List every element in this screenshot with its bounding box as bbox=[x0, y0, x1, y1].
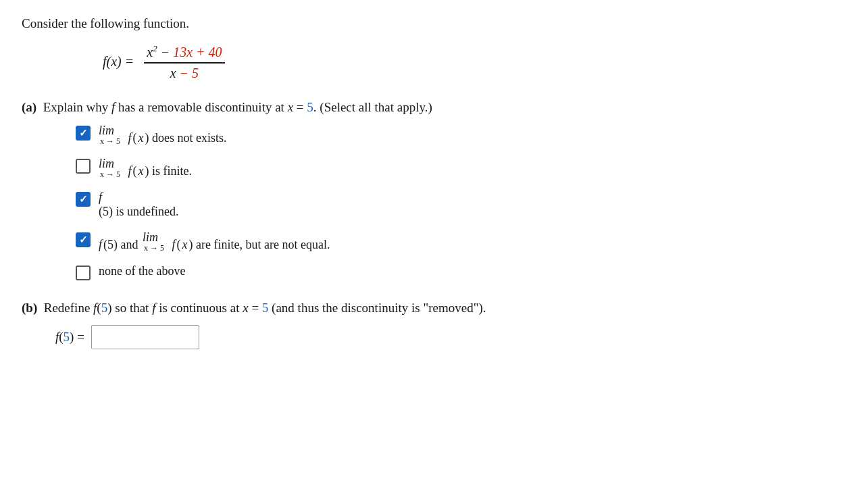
checkbox-1[interactable] bbox=[76, 126, 91, 141]
checkbox-2[interactable] bbox=[76, 159, 91, 174]
option-1: lim x → 5 f(x) does not exists. bbox=[76, 124, 840, 145]
numerator: x2 − 13x + 40 bbox=[144, 43, 224, 64]
option-2-text: lim x → 5 f(x) is finite. bbox=[99, 157, 192, 178]
part-a: (a) Explain why f has a removable discon… bbox=[22, 100, 840, 280]
checkbox-4[interactable] bbox=[76, 232, 91, 247]
option-3-text: f(5) is undefined. bbox=[99, 191, 178, 219]
option-2: lim x → 5 f(x) is finite. bbox=[76, 157, 840, 178]
function-display: f(x) = x2 − 13x + 40 x − 5 bbox=[103, 43, 840, 81]
lim-block-2: lim x → 5 bbox=[99, 157, 120, 178]
lim-block-4: lim x → 5 bbox=[143, 231, 164, 252]
checkbox-5[interactable] bbox=[76, 266, 91, 280]
fraction: x2 − 13x + 40 x − 5 bbox=[144, 43, 224, 81]
checkbox-3[interactable] bbox=[76, 192, 91, 207]
options-list: lim x → 5 f(x) does not exists. lim x → … bbox=[76, 124, 840, 280]
option-5-text: none of the above bbox=[99, 264, 185, 278]
part-b-answer-row: f(5) = bbox=[55, 325, 840, 349]
option-4-text: f(5) and lim x → 5 f(x) are finite, but … bbox=[99, 231, 330, 252]
answer-input[interactable] bbox=[91, 325, 199, 349]
part-b: (b) Redefine f(5) so that f is continuou… bbox=[22, 301, 840, 349]
function-lhs: f(x) = bbox=[103, 54, 137, 70]
lim-block-1: lim x → 5 bbox=[99, 124, 120, 145]
part-a-label: (a) Explain why f has a removable discon… bbox=[22, 100, 840, 115]
denominator: x − 5 bbox=[168, 64, 201, 81]
part-b-fn-label: f(5) = bbox=[55, 330, 84, 345]
option-1-text: lim x → 5 f(x) does not exists. bbox=[99, 124, 227, 145]
option-3: f(5) is undefined. bbox=[76, 191, 840, 219]
part-b-label: (b) Redefine f(5) so that f is continuou… bbox=[22, 301, 840, 316]
option-5: none of the above bbox=[76, 264, 840, 280]
intro-text: Consider the following function. bbox=[22, 16, 840, 31]
option-4: f(5) and lim x → 5 f(x) are finite, but … bbox=[76, 231, 840, 252]
